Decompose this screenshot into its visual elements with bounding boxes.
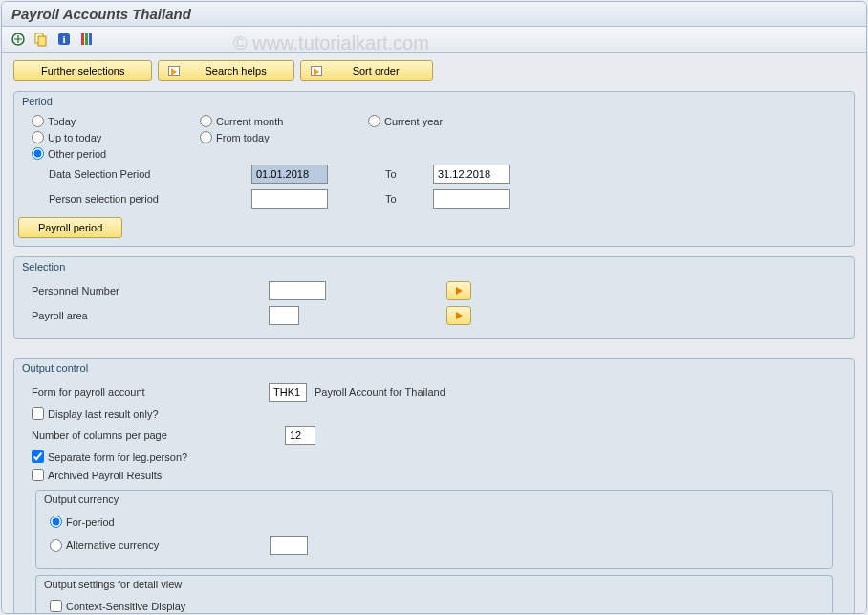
data-selection-from-input[interactable] [251, 165, 328, 184]
output-detail-title: Output settings for detail view [36, 576, 832, 593]
selection-buttons-row: Further selections Search helps Sort ord… [13, 60, 855, 81]
radio-for-period[interactable]: For-period [50, 516, 218, 528]
data-selection-period-label: Data Selection Period [32, 168, 251, 180]
output-currency-title: Output currency [36, 491, 832, 508]
output-currency-group: Output currency For-period Alternative c… [35, 490, 833, 569]
separate-form-checkbox[interactable] [32, 450, 44, 463]
radio-current-month[interactable]: Current month [200, 115, 368, 127]
multiple-selection-button[interactable] [446, 306, 471, 325]
context-sensitive-label: Context-Sensitive Display [66, 601, 185, 612]
sort-order-button[interactable]: Sort order [300, 60, 433, 81]
variant-icon[interactable] [33, 31, 50, 48]
svg-rect-5 [81, 33, 84, 45]
radio-up-to-today[interactable]: Up to today [32, 131, 200, 143]
radio-current-year[interactable]: Current year [368, 115, 536, 127]
execute-icon[interactable] [10, 31, 27, 48]
selection-group: Selection Personnel Number Payroll area [13, 256, 855, 339]
output-control-group: Output control Form for payroll account … [13, 358, 855, 614]
arrow-right-icon [168, 66, 180, 76]
payroll-area-input[interactable] [269, 306, 299, 325]
layout-icon[interactable] [78, 31, 96, 48]
radio-today[interactable]: Today [32, 115, 200, 127]
person-selection-to-input[interactable] [433, 189, 510, 209]
output-detail-group: Output settings for detail view Context-… [35, 575, 833, 614]
icon-toolbar: i [2, 27, 866, 53]
context-sensitive-checkbox[interactable] [50, 600, 62, 612]
search-helps-button[interactable]: Search helps [158, 60, 293, 81]
personnel-number-input[interactable] [269, 281, 326, 300]
display-last-result-checkbox[interactable] [32, 407, 44, 420]
person-selection-period-label: Person selection period [32, 193, 251, 205]
svg-text:i: i [62, 33, 65, 45]
radio-from-today[interactable]: From today [200, 131, 368, 143]
num-columns-input[interactable] [285, 426, 315, 445]
further-selections-button[interactable]: Further selections [13, 60, 152, 81]
svg-rect-6 [85, 33, 88, 45]
svg-rect-7 [89, 33, 92, 45]
page-title: Payroll Accounts Thailand [2, 2, 866, 27]
display-last-result-label: Display last result only? [48, 408, 159, 420]
num-columns-label: Number of columns per page [32, 429, 285, 441]
output-control-title: Output control [14, 361, 854, 378]
radio-alternative-currency[interactable]: Alternative currency [50, 539, 270, 552]
payroll-period-button[interactable]: Payroll period [18, 217, 122, 238]
person-selection-from-input[interactable] [251, 189, 328, 209]
selection-title: Selection [14, 259, 854, 276]
svg-rect-2 [38, 36, 46, 46]
archived-results-label: Archived Payroll Results [48, 470, 162, 481]
form-payroll-account-label: Form for payroll account [32, 386, 269, 398]
period-title: Period [14, 94, 854, 111]
data-selection-to-input[interactable] [433, 165, 510, 184]
alternative-currency-input[interactable] [270, 536, 308, 555]
radio-other-period[interactable]: Other period [32, 147, 200, 160]
arrow-right-icon [311, 66, 322, 76]
to-label: To [385, 193, 433, 205]
multiple-selection-button[interactable] [446, 281, 471, 300]
payroll-area-label: Payroll area [32, 310, 269, 321]
archived-results-checkbox[interactable] [32, 469, 44, 481]
separate-form-label: Separate form for leg.person? [48, 451, 187, 463]
form-description: Payroll Account for Thailand [315, 386, 445, 398]
period-group: Period Today Current month Current year … [13, 91, 855, 247]
form-payroll-account-input[interactable] [269, 383, 307, 402]
info-icon[interactable]: i [55, 31, 73, 48]
personnel-number-label: Personnel Number [32, 285, 269, 297]
to-label: To [385, 168, 433, 180]
